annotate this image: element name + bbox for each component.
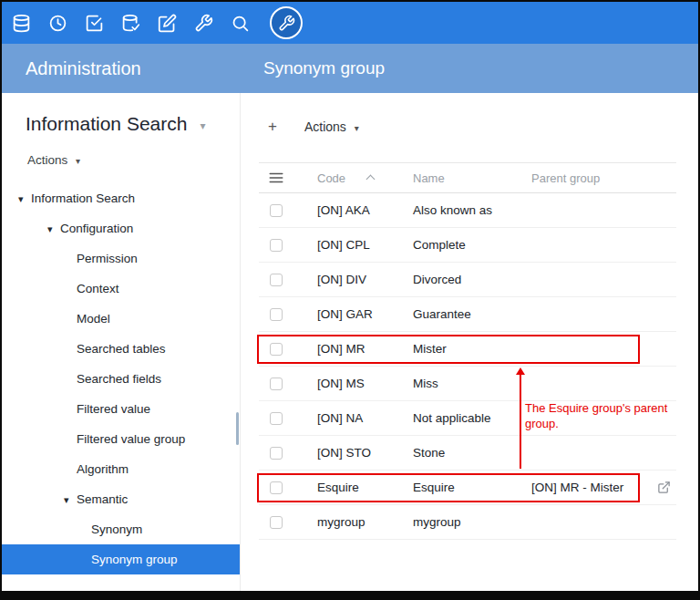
header-band: Administration Synonym group: [2, 44, 698, 93]
table-row[interactable]: [ON] CPL Complete: [259, 228, 676, 263]
sidebar-scrollbar-thumb[interactable]: [236, 412, 239, 445]
sidebar-tree-item-label: Context: [77, 282, 119, 295]
table-body: [ON] AKA Also known as [ON] CPL Complete…: [259, 193, 676, 540]
list-menu-icon[interactable]: [268, 170, 284, 186]
wrench-icon[interactable]: [193, 13, 213, 33]
sidebar-tree-item[interactable]: Context: [2, 274, 240, 304]
row-checkbox[interactable]: [270, 239, 283, 252]
add-button[interactable]: +: [268, 118, 277, 136]
table-row[interactable]: [ON] DIV Divorced: [259, 263, 676, 297]
sidebar-tree-item[interactable]: Model: [2, 304, 240, 334]
sidebar-tree-item[interactable]: Searched tables: [2, 334, 240, 364]
cell-code: [ON] MS: [317, 377, 413, 390]
table-row[interactable]: [ON] STO Stone: [259, 436, 676, 471]
cell-name: Also known as: [413, 203, 531, 217]
database-check-icon[interactable]: [120, 13, 140, 33]
sidebar-actions-dropdown[interactable]: Actions ▾: [2, 135, 240, 167]
sidebar-actions-label: Actions: [27, 153, 67, 167]
sidebar-tree-item-label: Model: [77, 312, 110, 326]
table-row[interactable]: mygroup mygroup: [259, 505, 676, 540]
cell-name: Esquire: [413, 481, 531, 494]
sidebar-tree-item[interactable]: Synonym: [2, 514, 240, 544]
sidebar-tree: ▾Information Search▾ConfigurationPermiss…: [2, 183, 240, 574]
row-checkbox[interactable]: [270, 343, 283, 356]
cell-name: Guarantee: [413, 307, 531, 321]
row-checkbox[interactable]: [270, 516, 283, 529]
sidebar-tree-item-label: Filtered value group: [77, 432, 185, 446]
sidebar-tree-item[interactable]: ▾Semantic: [2, 484, 240, 514]
chevron-down-icon: ▾: [355, 123, 359, 133]
sidebar-tree-item[interactable]: Filtered value: [2, 394, 240, 424]
row-checkbox[interactable]: [270, 412, 283, 425]
table-row[interactable]: [ON] MR Mister: [259, 332, 676, 367]
sidebar-tree-item-label: Searched tables: [77, 342, 166, 356]
sidebar-tree-item-label: Information Search: [31, 191, 135, 205]
cell-name: Complete: [413, 238, 531, 252]
cell-code: [ON] AKA: [317, 203, 413, 217]
cell-name: Not applicable: [413, 411, 531, 425]
sidebar-tree-item-label: Algorithm: [77, 462, 129, 476]
sidebar-tree-item[interactable]: Algorithm: [2, 454, 240, 484]
table-header-row: Code Name Parent group: [259, 162, 676, 193]
column-header-name[interactable]: Name: [413, 171, 531, 185]
edit-icon[interactable]: [157, 13, 177, 33]
sidebar-tree-item-label: Synonym group: [91, 553, 178, 566]
page-title: Synonym group: [241, 58, 385, 78]
sidebar-tree-item[interactable]: Synonym group: [2, 544, 240, 574]
cell-code: mygroup: [317, 515, 413, 529]
row-checkbox[interactable]: [270, 378, 283, 390]
sort-ascending-icon: [366, 174, 376, 183]
cell-code: Esquire: [317, 481, 413, 494]
synonym-group-table: Code Name Parent group [ON] AKA Also kno…: [259, 162, 676, 540]
row-checkbox[interactable]: [270, 308, 283, 321]
sidebar-tree-item-label: Permission: [77, 252, 138, 265]
column-header-code[interactable]: Code: [317, 171, 413, 185]
top-toolbar: [2, 2, 698, 44]
row-checkbox[interactable]: [270, 481, 283, 494]
row-checkbox[interactable]: [270, 204, 283, 217]
external-link-icon[interactable]: [657, 481, 671, 494]
sidebar-tree-item[interactable]: Permission: [2, 243, 240, 274]
active-wrench-icon[interactable]: [270, 6, 303, 39]
check-square-icon[interactable]: [84, 13, 104, 33]
content-actions-dropdown[interactable]: Actions ▾: [304, 119, 359, 134]
cell-name: Miss: [413, 377, 531, 390]
row-checkbox[interactable]: [270, 274, 283, 286]
sidebar-tree-item-label: Semantic: [77, 492, 128, 506]
sidebar-domain-selector[interactable]: Information Search ▾: [2, 93, 240, 135]
cell-code: [ON] STO: [317, 446, 413, 460]
app-window: Administration Synonym group Information…: [0, 0, 700, 600]
table-row[interactable]: Esquire Esquire [ON] MR - Mister: [259, 471, 676, 505]
cell-name: Divorced: [413, 273, 531, 286]
database-icon[interactable]: [11, 13, 31, 33]
cell-code: [ON] CPL: [317, 238, 413, 252]
caret-down-icon: ▾: [64, 485, 77, 515]
sidebar-tree-item[interactable]: Filtered value group: [2, 424, 240, 454]
table-row[interactable]: [ON] MS Miss: [259, 367, 676, 401]
search-icon[interactable]: [230, 13, 250, 33]
cell-parent: [ON] MR - Mister: [531, 481, 676, 494]
table-row[interactable]: [ON] GAR Guarantee: [259, 297, 676, 332]
column-header-parent-group[interactable]: Parent group: [531, 171, 676, 185]
sidebar-tree-item[interactable]: ▾Configuration: [2, 213, 240, 243]
sidebar-tree-item-label: Searched fields: [77, 372, 161, 386]
chevron-down-icon: ▾: [76, 156, 80, 166]
module-title: Administration: [2, 58, 241, 79]
cell-code: [ON] NA: [317, 411, 413, 425]
clock-icon[interactable]: [47, 13, 67, 33]
chevron-down-icon: ▾: [200, 119, 205, 132]
sidebar-tree-item[interactable]: Searched fields: [2, 364, 240, 394]
sidebar-title: Information Search: [26, 113, 187, 135]
table-row[interactable]: [ON] NA Not applicable: [259, 401, 676, 436]
sidebar-tree-item-label: Synonym: [91, 522, 142, 536]
caret-down-icon: ▾: [47, 214, 60, 244]
content-actions-label: Actions: [304, 119, 346, 134]
cell-name: mygroup: [413, 515, 531, 529]
sidebar-tree-item-label: Filtered value: [77, 402, 150, 416]
sidebar-tree-item[interactable]: ▾Information Search: [2, 183, 240, 213]
cell-name: Mister: [413, 342, 531, 356]
sidebar: Information Search ▾ Actions ▾ ▾Informat…: [2, 93, 241, 591]
row-checkbox[interactable]: [270, 447, 283, 460]
table-row[interactable]: [ON] AKA Also known as: [259, 193, 676, 228]
sidebar-tree-item-label: Configuration: [60, 222, 133, 235]
